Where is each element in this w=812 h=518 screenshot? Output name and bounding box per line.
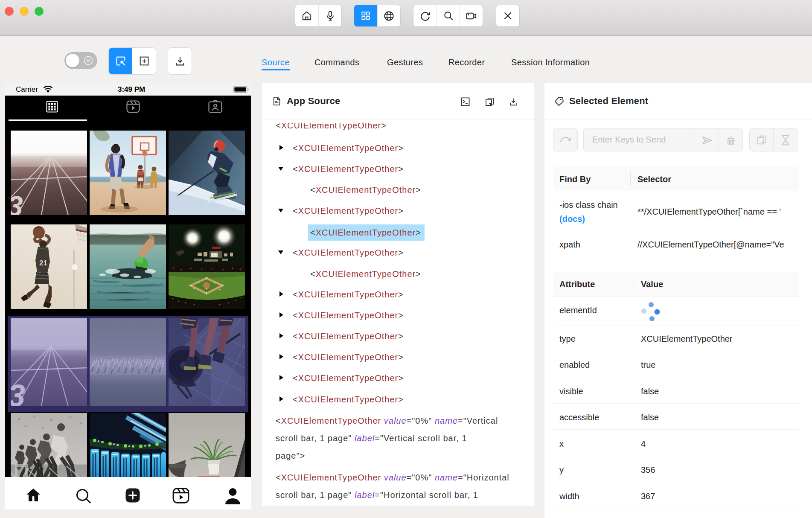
svg-text:3: 3 xyxy=(11,190,23,215)
svg-text:21: 21 xyxy=(39,259,47,267)
svg-text:3: 3 xyxy=(11,378,25,406)
